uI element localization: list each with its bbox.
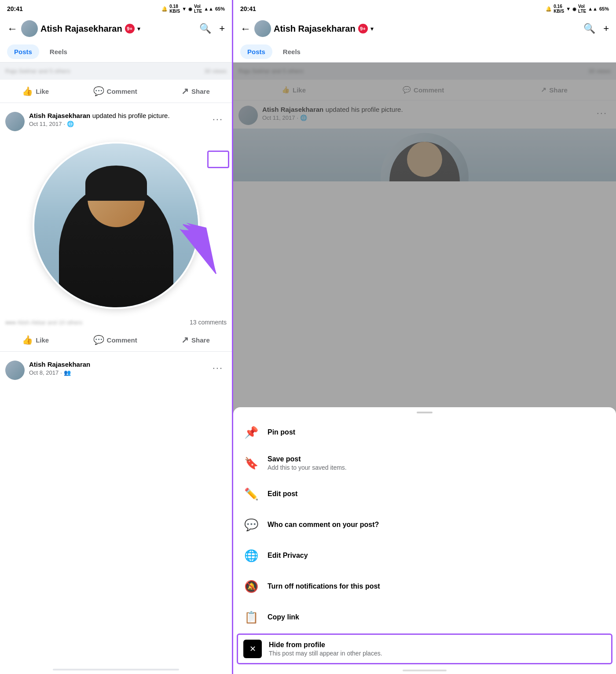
left-post-info: Atish Rajasekharan updated his profile p… (29, 112, 205, 127)
left-header-title-text: Atish Rajasekharan (40, 24, 122, 34)
right-battery-icon: 65% (599, 6, 609, 11)
left-blurred-views: 30 views (204, 68, 227, 74)
right-header-title: Atish Rajasekharan 9+ ▾ (254, 20, 580, 37)
left-post-avatar (5, 112, 25, 131)
right-scroll-area: Raja Sekhar and 5 others 30 views 👍 Like… (233, 63, 616, 674)
right-signal-icon: ▲▲ (588, 6, 598, 11)
left-blurred-text: Raja Sekhar and 5 others (5, 68, 70, 74)
left-status-icons: 🔔 0.18KB/S ▼ ◉ VolLTE ▲▲ 65% (161, 4, 225, 14)
right-notification-badge: 9+ (358, 24, 368, 33)
right-panel: 20:41 🔔 0.16KB/S ▼ ◉ VolLTE ▲▲ 65% ← Ati… (233, 0, 616, 674)
right-pin-icon: 📌 (242, 423, 260, 442)
left-share-label-top: Share (191, 88, 210, 95)
left-tabs-bar: Posts Reels (0, 41, 232, 63)
left-post-author: Atish Rajasekharan (29, 112, 90, 119)
right-menu-who-comment[interactable]: 💬 Who can comment on your post? (233, 509, 616, 540)
right-network-icon: ◉ (572, 7, 576, 11)
right-header-avatar (254, 20, 271, 37)
left-data-speed: 0.18KB/S (169, 4, 180, 14)
left-search-button[interactable]: 🔍 (199, 23, 211, 34)
left-like-label-bottom: Like (36, 336, 49, 344)
right-wifi-icon: ▼ (566, 6, 571, 11)
right-menu-edit-privacy[interactable]: 🌐 Edit Privacy (233, 540, 616, 571)
left-status-bar: 20:41 🔔 0.18KB/S ▼ ◉ VolLTE ▲▲ 65% (0, 0, 232, 16)
left-chevron-icon[interactable]: ▾ (137, 25, 140, 32)
right-hide-from-profile-text: Hide from profile This post may still ap… (269, 641, 606, 657)
left-share-icon-top: ↗ (181, 86, 189, 96)
left-person-hair (85, 166, 147, 201)
right-sheet-handle (417, 412, 433, 413)
left-like-button-top[interactable]: 👍 Like (17, 83, 54, 99)
left-header-title: Atish Rajasekharan 9+ ▾ (21, 20, 196, 37)
right-search-button[interactable]: 🔍 (583, 23, 595, 34)
right-hide-from-profile-title: Hide from profile (269, 641, 606, 649)
right-header-actions: 🔍 + (583, 23, 609, 34)
right-edit-post-text: Edit post (268, 490, 607, 498)
left-post-header: Atish Rajasekharan updated his profile p… (0, 107, 232, 135)
left-bottom-post-info: Atish Rajasekharan Oct 8, 2017 · 👥 (29, 361, 205, 376)
right-menu-copy-link[interactable]: 📋 Copy link (233, 602, 616, 633)
left-battery-icon: 65% (215, 6, 225, 11)
right-chevron-icon[interactable]: ▾ (370, 25, 374, 32)
left-bottom-avatar (5, 361, 25, 380)
left-bottom-post-author: Atish Rajasekharan (29, 361, 90, 368)
left-wifi-icon: ▼ (182, 6, 187, 11)
right-add-button[interactable]: + (603, 23, 609, 34)
right-status-bar: 20:41 🔔 0.16KB/S ▼ ◉ VolLTE ▲▲ 65% (233, 0, 616, 16)
left-post-globe-icon: 🌐 (67, 121, 74, 127)
left-header-avatar (21, 20, 38, 37)
left-bottom-dot: · (60, 369, 62, 376)
left-comment-button-bottom[interactable]: 💬 Comment (88, 332, 143, 348)
left-back-button[interactable]: ← (7, 22, 18, 35)
left-add-button[interactable]: + (219, 23, 225, 34)
left-bottom-action-row: 👍 Like 💬 Comment ↗ Share (0, 328, 232, 352)
right-menu-pin-post[interactable]: 📌 Pin post (233, 417, 616, 448)
right-who-comment-title: Who can comment on your post? (268, 521, 607, 529)
left-tab-reels[interactable]: Reels (43, 44, 74, 59)
left-share-button-top[interactable]: ↗ Share (176, 83, 215, 99)
right-save-icon: 🔖 (242, 454, 260, 472)
left-bottom-post-meta: Oct 8, 2017 · 👥 (29, 369, 205, 376)
left-alarm-icon: 🔔 (161, 6, 168, 12)
left-post-date: Oct 11, 2017 (29, 121, 62, 127)
left-share-icon-bottom: ↗ (181, 335, 189, 345)
left-post-separator: · (63, 121, 65, 127)
right-save-post-text: Save post Add this to your saved items. (268, 455, 607, 471)
left-like-icon-bottom: 👍 (22, 335, 33, 345)
left-like-button-bottom[interactable]: 👍 Like (17, 332, 54, 348)
right-alarm-icon: 🔔 (546, 6, 552, 12)
left-scroll-indicator (53, 669, 179, 670)
left-reactions-row: ●●● Atish Akbar and 10 others 13 comment… (0, 316, 232, 328)
left-like-icon-top: 👍 (22, 86, 33, 96)
left-bottom-more-button[interactable]: ··· (209, 361, 227, 376)
left-bottom-post-header: Atish Rajasekharan Oct 8, 2017 · 👥 ··· (5, 361, 227, 380)
right-header-title-text: Atish Rajasekharan (274, 24, 356, 34)
left-like-label-top: Like (36, 88, 49, 95)
right-data-speed: 0.16KB/S (554, 4, 564, 14)
right-pin-post-text: Pin post (268, 428, 607, 436)
right-notifications-off-title: Turn off notifications for this post (268, 582, 607, 590)
right-time: 20:41 (240, 5, 256, 12)
left-share-button-bottom[interactable]: ↗ Share (176, 332, 215, 348)
right-back-button[interactable]: ← (240, 22, 251, 35)
left-comment-button-top[interactable]: 💬 Comment (88, 83, 143, 99)
right-notifications-off-text: Turn off notifications for this post (268, 582, 607, 590)
left-share-label-bottom: Share (191, 336, 210, 344)
right-menu-edit-post[interactable]: ✏️ Edit post (233, 479, 616, 509)
left-reactions-names: ●●● Atish Akbar and 10 others (5, 319, 82, 326)
right-menu-save-post[interactable]: 🔖 Save post Add this to your saved items… (233, 448, 616, 479)
left-post-more-button[interactable]: ··· (209, 112, 227, 127)
left-bottom-audience-icon: 👥 (64, 369, 71, 376)
left-tab-posts[interactable]: Posts (7, 44, 39, 59)
left-bottom-post-date: Oct 8, 2017 (29, 369, 59, 376)
right-pin-post-title: Pin post (268, 428, 607, 436)
right-tab-posts[interactable]: Posts (240, 44, 272, 59)
left-header-actions: 🔍 + (199, 23, 225, 34)
right-menu-hide-from-profile[interactable]: ✕ Hide from profile This post may still … (238, 635, 611, 663)
right-tab-reels[interactable]: Reels (276, 44, 308, 59)
left-signal-icon: ▲▲ (204, 6, 213, 11)
left-notification-badge: 9+ (125, 24, 135, 33)
left-profile-pic-container (0, 135, 232, 316)
left-network-icon: ◉ (188, 7, 192, 11)
right-menu-turn-off-notifications[interactable]: 🔕 Turn off notifications for this post (233, 571, 616, 602)
